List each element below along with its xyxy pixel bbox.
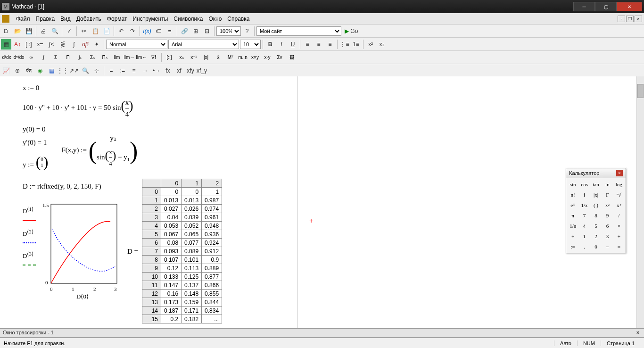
print-icon[interactable]: 🖨 <box>38 26 49 36</box>
palette3-icon[interactable]: [::] <box>24 39 34 50</box>
vec-icon[interactable]: x⃗ <box>213 52 224 63</box>
sumb-icon[interactable]: Σₙ <box>87 52 98 63</box>
calc-key[interactable]: n! <box>567 190 578 200</box>
menu-help[interactable]: Справка <box>224 15 252 23</box>
calc-icon[interactable]: = <box>165 26 175 36</box>
calc-key[interactable]: π <box>567 210 578 221</box>
size-select[interactable]: 10 <box>240 40 261 49</box>
unit-icon[interactable]: 🏷 <box>153 26 164 36</box>
trace-close-icon[interactable]: × <box>635 330 641 336</box>
xfy2-icon[interactable]: xf_y <box>197 66 207 76</box>
calc-key[interactable]: ( ) <box>590 200 602 210</box>
calc-key[interactable]: |x| <box>590 190 602 200</box>
calc-key[interactable]: 1/x <box>578 200 590 210</box>
calc-key[interactable]: − <box>602 241 613 252</box>
calc-key[interactable]: sin <box>567 179 578 190</box>
calc-key[interactable]: cos <box>578 179 590 190</box>
deriv-icon[interactable]: d/dx <box>1 52 12 63</box>
eq-x[interactable]: x := 0 <box>23 82 294 93</box>
abs-icon[interactable]: |x| <box>200 52 212 63</box>
super-icon[interactable]: x² <box>365 39 376 50</box>
eq-yvec[interactable]: y := (01) <box>23 150 48 174</box>
trace-icon[interactable]: ⊹ <box>91 66 102 76</box>
eq-D[interactable]: D = <box>127 246 138 257</box>
menu-view[interactable]: Вид <box>58 15 74 23</box>
palette2-icon[interactable]: A↕ <box>12 39 23 50</box>
palette6-icon[interactable]: ⋚ <box>58 39 68 50</box>
minimize-button[interactable]: ─ <box>573 2 595 11</box>
help-icon[interactable]: ? <box>242 26 252 36</box>
dot-icon[interactable]: x·y <box>262 52 273 63</box>
palette8-icon[interactable]: αβ <box>80 39 91 50</box>
calc-key[interactable]: 6 <box>602 221 613 231</box>
inf-icon[interactable]: ∞ <box>25 52 37 63</box>
pic-icon[interactable]: 🖼 <box>286 52 297 63</box>
new-icon[interactable]: 🗋 <box>1 26 11 36</box>
polar-icon[interactable]: ⊕ <box>12 66 23 76</box>
eq-rkfixed[interactable]: D := rkfixed(y, 0, 2, 150, F) <box>23 181 120 192</box>
calc-key[interactable]: = <box>613 241 625 252</box>
prod-icon[interactable]: Π <box>62 52 74 63</box>
calc-key[interactable]: Γ <box>602 190 613 200</box>
calc-key[interactable]: 8 <box>590 210 602 221</box>
calc-key[interactable]: := <box>567 241 578 252</box>
scatter-icon[interactable]: ⋮⋮ <box>58 66 68 76</box>
result-table[interactable]: 012000110.0130.0130.98720.0270.0260.9743… <box>142 179 222 323</box>
numbers-icon[interactable]: 1≡ <box>351 39 361 50</box>
calc-key[interactable]: ÷ <box>567 231 578 241</box>
menu-format[interactable]: Формат <box>104 15 130 23</box>
copy-icon[interactable]: 📋 <box>90 26 100 36</box>
vertical-scrollbar[interactable] <box>636 76 644 328</box>
document-area[interactable]: x := 0 100 · y'' + 10 · y' + 101 · y = 5… <box>0 76 298 328</box>
italic-icon[interactable]: I <box>276 39 287 50</box>
mdi-close[interactable]: × <box>635 16 642 22</box>
prodb-icon[interactable]: Πₙ <box>99 52 110 63</box>
lim-icon[interactable]: lim <box>111 52 123 63</box>
menu-tools[interactable]: Инструменты <box>130 15 171 23</box>
eq-F[interactable]: F(x,y) := ( y₁ sin(x4) − y1 ) <box>61 131 138 174</box>
sub-icon[interactable]: x₂ <box>377 39 387 50</box>
cross-icon[interactable]: x×y <box>249 52 261 63</box>
zoom-select[interactable]: 100% <box>216 26 241 36</box>
spell-icon[interactable]: ✓ <box>64 26 74 36</box>
calc-key[interactable]: / <box>613 210 625 221</box>
calc-key[interactable]: xʸ <box>613 200 625 210</box>
font-select[interactable]: Arial <box>168 40 239 49</box>
calc-key[interactable]: 9 <box>602 210 613 221</box>
grad-icon[interactable]: ∇f <box>148 52 159 63</box>
3dbar-icon[interactable]: ▦ <box>46 66 57 76</box>
trans-icon[interactable]: Mᵀ <box>225 52 236 63</box>
menu-symbolics[interactable]: Символика <box>171 15 206 23</box>
link-icon[interactable]: 🔗 <box>179 26 190 36</box>
palette5-icon[interactable]: ∫< <box>46 39 57 50</box>
calc-key[interactable]: 1/n <box>567 221 578 231</box>
vecfield-icon[interactable]: ↗↗ <box>69 66 79 76</box>
eq-diff[interactable]: 100 · y'' + 10 · y' + 101 · y = 50 sin(x… <box>23 95 294 120</box>
calc-key[interactable]: + <box>613 231 625 241</box>
ref-icon[interactable]: ⊡ <box>202 26 212 36</box>
arrow-icon[interactable]: → <box>140 66 150 76</box>
menu-file[interactable]: Файл <box>13 15 33 23</box>
assign-icon[interactable]: := <box>117 66 128 76</box>
xyplot-icon[interactable]: 📈 <box>1 66 11 76</box>
calc-key[interactable]: i <box>578 190 590 200</box>
eq-icon[interactable]: = <box>106 66 116 76</box>
sumv-icon[interactable]: Σv <box>274 52 285 63</box>
palette1-icon[interactable]: ▦ <box>1 39 11 50</box>
bullets-icon[interactable]: ⋮≡ <box>339 39 350 50</box>
component-icon[interactable]: ⊞ <box>190 26 201 36</box>
calc-close-icon[interactable]: × <box>616 170 623 176</box>
menu-insert[interactable]: Добавить <box>74 15 104 23</box>
palette7-icon[interactable]: ∫ <box>69 39 79 50</box>
calculator-palette[interactable]: Калькулятор × sincostanlnlogn!i|x|Γⁿ√eˣ1… <box>566 168 626 253</box>
calc-key[interactable]: ⁿ√ <box>613 190 625 200</box>
preview-icon[interactable]: 🔍 <box>50 26 60 36</box>
align-right-icon[interactable]: ≡ <box>325 39 335 50</box>
palette4-icon[interactable]: x= <box>35 39 45 50</box>
calc-key[interactable]: × <box>613 221 625 231</box>
go-button[interactable]: ▶ Go <box>342 26 360 36</box>
close-button[interactable]: ✕ <box>617 2 642 11</box>
menu-window[interactable]: Окно <box>206 15 224 23</box>
deriv2-icon[interactable]: dⁿ/dx <box>13 52 25 63</box>
arrow2-icon[interactable]: •→ <box>151 66 162 76</box>
